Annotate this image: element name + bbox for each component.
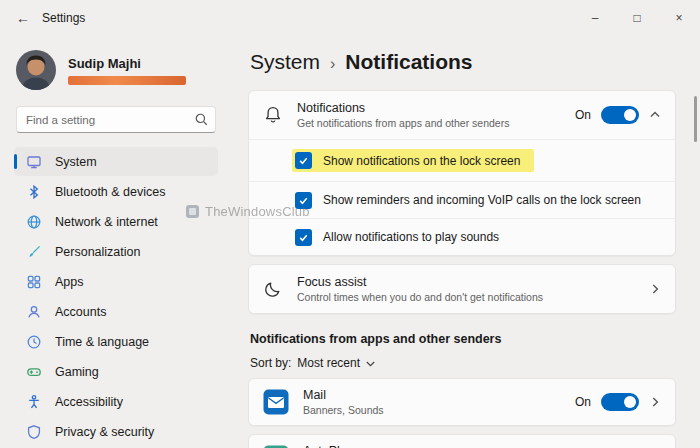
user-name: Sudip Majhi <box>68 56 186 71</box>
app-row-autoplay[interactable]: AutoPlay Banners, Sounds On <box>248 434 676 448</box>
sidebar-item-time-language[interactable]: Time & language <box>14 327 218 356</box>
sidebar-item-label: Apps <box>55 275 84 289</box>
gamepad-icon <box>26 364 42 380</box>
focus-assist-texts: Focus assist Control times when you do a… <box>297 275 635 303</box>
sidebar-item-label: Time & language <box>55 335 149 349</box>
sidebar-item-accessibility[interactable]: Accessibility <box>14 387 218 416</box>
notifications-toggle[interactable] <box>601 106 639 124</box>
notifications-card: Notifications Get notifications from app… <box>248 90 676 256</box>
highlighted-option: Show notifications on the lock screen <box>292 149 534 172</box>
mail-app-icon <box>263 389 289 415</box>
window-controls: – □ × <box>574 0 700 36</box>
chevron-right-icon[interactable] <box>649 396 661 408</box>
sidebar-item-label: Accounts <box>55 305 106 319</box>
user-email-redacted <box>68 76 186 85</box>
accessibility-person-icon <box>26 394 42 410</box>
sort-dropdown[interactable]: Most recent <box>297 356 376 370</box>
checkbox-label: Show notifications on the lock screen <box>323 154 520 168</box>
avatar <box>16 50 56 90</box>
sort-by-label: Sort by: <box>250 356 291 370</box>
clock-icon <box>26 334 42 350</box>
checkbox-checked-icon[interactable] <box>295 192 312 209</box>
checkbox-label: Allow notifications to play sounds <box>323 230 499 244</box>
user-profile[interactable]: Sudip Majhi <box>14 44 218 104</box>
minimize-button[interactable]: – <box>574 0 616 36</box>
checkbox-checked-icon[interactable] <box>295 229 312 246</box>
sidebar-item-label: System <box>55 155 97 169</box>
focus-assist-title: Focus assist <box>297 275 635 289</box>
settings-window: ← Settings – □ × Sudip Maj <box>0 0 700 448</box>
sidebar: Sudip Majhi System Bluetooth & devices <box>0 36 232 448</box>
globe-icon <box>26 214 42 230</box>
notifications-title: Notifications <box>297 101 561 115</box>
checkbox-row-lock-screen[interactable]: Show notifications on the lock screen <box>249 139 675 181</box>
maximize-button[interactable]: □ <box>616 0 658 36</box>
sidebar-item-label: Personalization <box>55 245 140 259</box>
sidebar-item-accounts[interactable]: Accounts <box>14 297 218 326</box>
option: Allow notifications to play sounds <box>295 229 499 246</box>
toggle-knob <box>624 109 636 121</box>
close-button[interactable]: × <box>658 0 700 36</box>
mail-toggle[interactable] <box>601 393 639 411</box>
sidebar-item-bluetooth-devices[interactable]: Bluetooth & devices <box>14 177 218 206</box>
notifications-controls: On <box>575 106 661 124</box>
breadcrumb-separator-icon: › <box>330 55 335 73</box>
focus-assist-subtitle: Control times when you do and don't get … <box>297 291 635 303</box>
chevron-right-icon[interactable] <box>649 283 661 295</box>
search-input[interactable] <box>16 106 216 133</box>
chevron-down-icon <box>365 358 376 369</box>
moon-icon <box>263 279 283 299</box>
app-row-mail[interactable]: Mail Banners, Sounds On <box>248 378 676 426</box>
sidebar-item-system[interactable]: System <box>14 147 218 176</box>
checkbox-label: Show reminders and incoming VoIP calls o… <box>323 193 641 207</box>
notifications-card-texts: Notifications Get notifications from app… <box>297 101 561 129</box>
sidebar-item-privacy-security[interactable]: Privacy & security <box>14 417 218 446</box>
system-icon <box>26 154 42 170</box>
chevron-up-icon[interactable] <box>649 109 661 121</box>
profile-texts: Sudip Majhi <box>68 56 186 85</box>
breadcrumb-parent[interactable]: System <box>250 50 320 74</box>
sidebar-item-label: Privacy & security <box>55 425 154 439</box>
toggle-state-label: On <box>575 395 591 409</box>
sort-value-text: Most recent <box>297 356 360 370</box>
app-name: Mail <box>303 388 561 402</box>
toggle-knob <box>624 396 636 408</box>
apps-grid-icon <box>26 274 42 290</box>
search-icon[interactable] <box>194 112 209 127</box>
sidebar-item-label: Bluetooth & devices <box>55 185 166 199</box>
sort-row: Sort by: Most recent <box>250 356 676 370</box>
scrollbar[interactable] <box>694 96 697 142</box>
back-button[interactable]: ← <box>8 5 38 31</box>
notifications-subtitle: Get notifications from apps and other se… <box>297 117 561 129</box>
titlebar: ← Settings – □ × <box>0 0 700 36</box>
breadcrumb: System › Notifications <box>250 50 676 74</box>
bell-icon <box>263 105 283 125</box>
paintbrush-icon <box>26 244 42 260</box>
person-icon <box>26 304 42 320</box>
checkbox-row-play-sounds[interactable]: Allow notifications to play sounds <box>249 218 675 255</box>
checkbox-checked-icon[interactable] <box>295 152 312 169</box>
search-box <box>16 106 216 133</box>
focus-assist-card[interactable]: Focus assist Control times when you do a… <box>248 264 676 314</box>
sidebar-item-label: Gaming <box>55 365 99 379</box>
toggle-state-label: On <box>575 108 591 122</box>
sidebar-nav: System Bluetooth & devices Network & int… <box>14 147 218 446</box>
page-title: Notifications <box>345 50 472 74</box>
bluetooth-icon <box>26 184 42 200</box>
shield-icon <box>26 424 42 440</box>
window-title: Settings <box>42 11 85 25</box>
sidebar-item-gaming[interactable]: Gaming <box>14 357 218 386</box>
sidebar-item-apps[interactable]: Apps <box>14 267 218 296</box>
app-subtitle: Banners, Sounds <box>303 404 561 416</box>
option: Show reminders and incoming VoIP calls o… <box>295 192 641 209</box>
checkbox-row-reminders-voip[interactable]: Show reminders and incoming VoIP calls o… <box>249 181 675 218</box>
sidebar-item-label: Accessibility <box>55 395 123 409</box>
apps-section-heading: Notifications from apps and other sender… <box>250 332 676 346</box>
notifications-card-header[interactable]: Notifications Get notifications from app… <box>249 91 675 139</box>
sidebar-item-network-internet[interactable]: Network & internet <box>14 207 218 236</box>
app-name: AutoPlay <box>303 444 561 448</box>
titlebar-left: ← Settings <box>0 5 85 31</box>
sidebar-item-label: Network & internet <box>55 215 158 229</box>
main-content: System › Notifications Notifications Get… <box>232 36 700 448</box>
sidebar-item-personalization[interactable]: Personalization <box>14 237 218 266</box>
